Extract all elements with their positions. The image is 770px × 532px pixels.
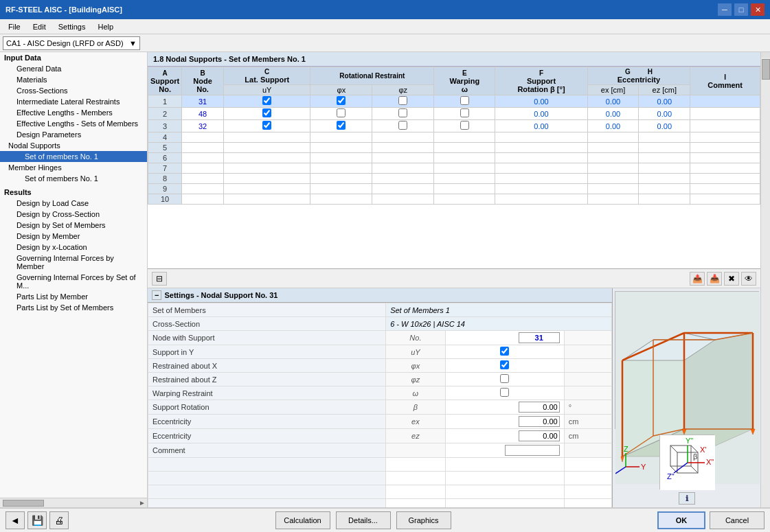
sidebar-item-design-member[interactable]: Design by Member — [0, 231, 147, 242]
settings-value-comment[interactable] — [445, 443, 564, 458]
graphics-button[interactable]: Graphics — [396, 511, 451, 529]
table-row[interactable]: 3 32 0.00 0.00 0.00 — [148, 120, 760, 132]
settings-row-cross-section: Cross-Section 6 - W 10x26 | AISC 14 — [148, 317, 612, 331]
settings-value-support-y[interactable] — [445, 345, 564, 359]
sidebar-item-design-load-case[interactable]: Design by Load Case — [0, 198, 147, 209]
restrained-z-checkbox[interactable] — [500, 374, 509, 383]
sidebar-item-parts-list-set[interactable]: Parts List by Set of Members — [0, 302, 147, 313]
sidebar-item-governing-forces-set[interactable]: Governing Internal Forces by Set of M... — [0, 272, 147, 291]
settings-collapse-icon[interactable]: − — [152, 290, 161, 300]
sidebar-item-member-hinges[interactable]: Member Hinges — [0, 162, 147, 173]
sidebar-item-set-members-1[interactable]: Set of members No. 1 — [0, 151, 147, 162]
rot-z-3 — [372, 120, 434, 132]
grid-container: ASupportNo. BNodeNo. CLat. Support Rotat… — [148, 67, 760, 269]
sidebar-item-nodal-supports[interactable]: Nodal Supports — [0, 140, 147, 151]
ca-dropdown-label: CA1 - AISC Design (LRFD or ASD) — [6, 39, 124, 47]
grid-eye-button[interactable]: 👁 — [741, 272, 756, 286]
sidebar-item-parts-list-member[interactable]: Parts List by Member — [0, 291, 147, 302]
table-row[interactable]: 5 — [148, 143, 760, 153]
col-sub-ex: ex [cm] — [587, 85, 639, 95]
grid-filter-button[interactable]: ⊟ — [152, 272, 167, 286]
sidebar-item-design-parameters[interactable]: Design Parameters — [0, 129, 147, 140]
settings-symbol-warping: ω — [386, 386, 446, 400]
menu-file[interactable]: File — [3, 21, 26, 32]
table-row[interactable]: 9 — [148, 184, 760, 194]
grid-export-button[interactable]: 📤 — [690, 272, 705, 286]
ex-3: 0.00 — [587, 120, 639, 132]
back-button[interactable]: ◄ — [5, 511, 25, 529]
eccentricity-ez-input[interactable] — [519, 430, 560, 441]
table-row[interactable]: 6 — [148, 153, 760, 163]
settings-value-cross-section: 6 - W 10x26 | AISC 14 — [386, 317, 612, 331]
menu-help[interactable]: Help — [92, 21, 119, 32]
eccentricity-ex-input[interactable] — [519, 416, 560, 427]
rot-z-2 — [372, 108, 434, 120]
support-y-checkbox[interactable] — [500, 347, 509, 356]
settings-value-restrained-x[interactable] — [445, 359, 564, 373]
menu-edit[interactable]: Edit — [27, 21, 52, 32]
settings-value-restrained-z[interactable] — [445, 373, 564, 386]
settings-symbol-comment — [386, 443, 446, 458]
settings-value-eccentricity-ez[interactable] — [445, 429, 564, 443]
sidebar-item-design-x-location[interactable]: Design by x-Location — [0, 242, 147, 253]
close-button[interactable]: ✕ — [751, 3, 765, 16]
sidebar-item-general-data[interactable]: General Data — [0, 63, 147, 74]
sidebar-item-effective-lengths-members[interactable]: Effective Lengths - Members — [0, 107, 147, 118]
sidebar-item-cross-sections[interactable]: Cross-Sections — [0, 85, 147, 96]
node-input[interactable] — [519, 332, 560, 343]
sidebar-item-design-set-members[interactable]: Design by Set of Members — [0, 220, 147, 231]
grid-toolbar: ⊟ 📤 📥 ✖ 👁 — [148, 269, 760, 288]
data-grid: ASupportNo. BNodeNo. CLat. Support Rotat… — [148, 67, 760, 205]
restrained-x-checkbox[interactable] — [500, 360, 509, 369]
menu-settings[interactable]: Settings — [53, 21, 91, 32]
row-num-3: 3 — [148, 120, 182, 132]
calculation-button[interactable]: Calculation — [275, 511, 330, 529]
settings-value-node[interactable] — [445, 331, 564, 345]
settings-label-cross-section: Cross-Section — [148, 317, 386, 331]
scroll-thumb[interactable] — [762, 59, 770, 80]
sidebar-item-member-hinges-set1[interactable]: Set of members No. 1 — [0, 173, 147, 184]
table-row[interactable]: 2 48 0.00 0.00 0.00 — [148, 108, 760, 120]
maximize-button[interactable]: □ — [734, 3, 748, 16]
settings-row-restrained-x: Restrained about X φx — [148, 359, 612, 373]
warping-checkbox[interactable] — [500, 388, 509, 397]
table-row[interactable]: 1 31 0.00 0.00 0.00 — [148, 95, 760, 108]
footer-left: ◄ 💾 🖨 — [5, 511, 69, 529]
info-button[interactable]: ℹ — [679, 492, 695, 505]
settings-value-eccentricity-ex[interactable] — [445, 415, 564, 429]
ca-dropdown[interactable]: CA1 - AISC Design (LRFD or ASD) ▼ — [3, 36, 140, 50]
sidebar-item-intermediate-lateral[interactable]: Intermediate Lateral Restraints — [0, 96, 147, 107]
save-button[interactable]: 💾 — [27, 511, 47, 529]
grid-delete-button[interactable]: ✖ — [724, 272, 739, 286]
settings-value-rotation[interactable] — [445, 400, 564, 415]
settings-empty-2 — [148, 472, 612, 485]
table-row[interactable]: 10 — [148, 194, 760, 205]
grid-import-button[interactable]: 📥 — [707, 272, 722, 286]
rotation-input[interactable] — [519, 402, 560, 413]
sidebar-item-materials[interactable]: Materials — [0, 74, 147, 85]
sidebar-item-effective-lengths-sets[interactable]: Effective Lengths - Sets of Members — [0, 118, 147, 129]
details-button[interactable]: Details... — [336, 511, 391, 529]
table-row[interactable]: 4 — [148, 132, 760, 143]
settings-empty-1 — [148, 458, 612, 472]
settings-unit-rotation: ° — [564, 400, 611, 415]
sidebar-item-governing-forces-member[interactable]: Governing Internal Forces by Member — [0, 253, 147, 272]
ez-3: 0.00 — [639, 120, 690, 132]
print-button[interactable]: 🖨 — [49, 511, 69, 529]
table-row[interactable]: 8 — [148, 174, 760, 184]
comment-input[interactable] — [505, 445, 560, 456]
settings-panel: − Settings - Nodal Support No. 31 Set of… — [148, 288, 760, 507]
table-row[interactable]: 7 — [148, 163, 760, 174]
settings-row-set-members: Set of Members Set of Members 1 — [148, 303, 612, 317]
settings-value-warping[interactable] — [445, 386, 564, 400]
cancel-button[interactable]: Cancel — [710, 511, 765, 529]
minimize-button[interactable]: ─ — [718, 3, 732, 16]
ok-button[interactable]: OK — [657, 511, 705, 529]
sidebar-hscroll[interactable]: ► — [0, 498, 147, 507]
sidebar-item-design-cross-section[interactable]: Design by Cross-Section — [0, 209, 147, 220]
graphics-label: Graphics — [408, 516, 438, 524]
window-controls: ─ □ ✕ — [718, 3, 765, 16]
vertical-scrollbar[interactable] — [760, 52, 770, 507]
settings-label-node: Node with Support — [148, 331, 386, 345]
settings-value-set-members: Set of Members 1 — [386, 303, 612, 317]
